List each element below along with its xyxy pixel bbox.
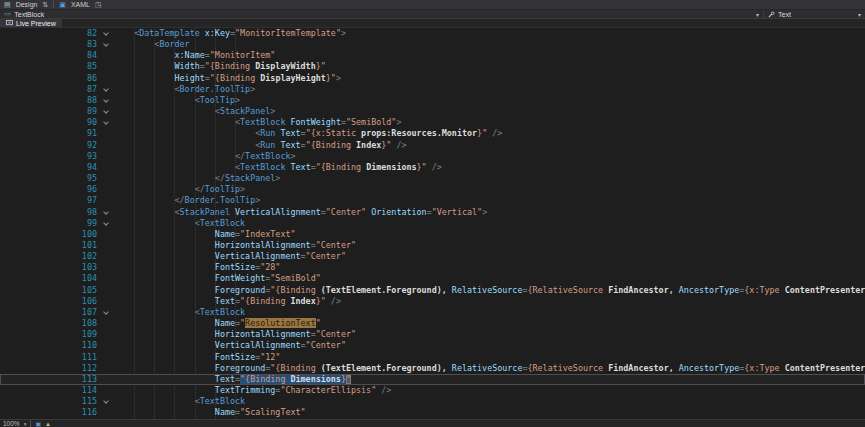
chevron-down-icon[interactable]: ▾	[858, 11, 861, 18]
code-text: <TextBlock	[114, 218, 865, 229]
code-line[interactable]: 103 FontSize="28"	[0, 262, 865, 273]
code-line[interactable]: 101 HorizontalAlignment="Center"	[0, 240, 865, 251]
view-switcher-bar: ▤ Design ⇅ ▣ XAML ◳	[0, 0, 865, 10]
code-line[interactable]: 91 <Run Text="{x:Static props:Resources.…	[0, 128, 865, 139]
design-view-icon: ▤	[4, 1, 11, 8]
fold-chevron-icon[interactable]	[100, 117, 114, 128]
fold-chevron-icon[interactable]	[100, 39, 114, 50]
code-line[interactable]: 82 <DataTemplate x:Key="MonitorItemTempl…	[0, 28, 865, 39]
fold-spacer	[100, 240, 114, 251]
code-text: VerticalAlignment="Center"	[114, 340, 865, 351]
code-line[interactable]: 89 <StackPanel>	[0, 106, 865, 117]
code-text: HorizontalAlignment="Center"	[114, 240, 865, 251]
fold-chevron-icon[interactable]	[100, 106, 114, 117]
fold-spacer	[100, 296, 114, 307]
fold-chevron-icon[interactable]	[100, 28, 114, 39]
editor-bottom-bar: 100% ▾ ▣ ▲	[0, 419, 865, 427]
fold-chevron-icon[interactable]	[100, 84, 114, 95]
code-line[interactable]: 100 Name="IndexText"	[0, 229, 865, 240]
code-text: Name="ResolutionText"	[114, 318, 865, 329]
code-line[interactable]: 94 <TextBlock Text="{Binding Dimensions}…	[0, 162, 865, 173]
fold-chevron-icon[interactable]	[100, 207, 114, 218]
code-line[interactable]: 96 </ToolTip>	[0, 184, 865, 195]
code-line[interactable]: 110 VerticalAlignment="Center"	[0, 340, 865, 351]
code-line[interactable]: 86 Height="{Binding DisplayHeight}">	[0, 73, 865, 84]
fold-spacer	[100, 273, 114, 284]
line-number: 88	[0, 95, 100, 106]
code-text: </StackPanel>	[114, 173, 865, 184]
code-text: x:Name="MonitorItem"	[114, 50, 865, 61]
xaml-view-icon: ▣	[59, 1, 66, 8]
code-line[interactable]: 88 <ToolTip>	[0, 95, 865, 106]
chevron-down-icon[interactable]: ▾	[24, 421, 27, 427]
line-number: 94	[0, 162, 100, 173]
line-number: 91	[0, 128, 100, 139]
chevron-down-icon[interactable]: ▾	[756, 11, 759, 18]
code-line[interactable]: 84 x:Name="MonitorItem"	[0, 50, 865, 61]
fold-spacer	[100, 262, 114, 273]
line-number: 87	[0, 84, 100, 95]
code-text: TextTrimming="CharacterEllipsis" />	[114, 385, 865, 396]
code-line[interactable]: 109 HorizontalAlignment="Center"	[0, 329, 865, 340]
code-line[interactable]: 83 <Border	[0, 39, 865, 50]
code-line[interactable]: 90 <TextBlock FontWeight="SemiBold">	[0, 117, 865, 128]
swap-panes-icon[interactable]: ⇅	[42, 1, 48, 8]
code-line[interactable]: 98 <StackPanel VerticalAlignment="Center…	[0, 207, 865, 218]
fold-chevron-icon[interactable]	[100, 218, 114, 229]
element-dropdown[interactable]: <> TextBlock ▾	[0, 10, 763, 18]
line-number: 84	[0, 50, 100, 61]
zoom-select[interactable]: 100%	[3, 420, 20, 427]
fold-chevron-icon[interactable]	[100, 396, 114, 407]
fold-chevron-icon[interactable]	[100, 95, 114, 106]
code-line[interactable]: 92 <Run Text="{Binding Index}" />	[0, 140, 865, 151]
code-text: Text="{Binding Dimensions}"	[114, 374, 865, 385]
line-number: 86	[0, 73, 100, 84]
code-text: <Run Text="{Binding Index}" />	[114, 140, 865, 151]
code-editor[interactable]: 82 <DataTemplate x:Key="MonitorItemTempl…	[0, 28, 865, 419]
code-line[interactable]: 93 </TextBlock>	[0, 151, 865, 162]
code-line[interactable]: 102 VerticalAlignment="Center"	[0, 251, 865, 262]
fold-spacer	[100, 61, 114, 72]
code-line[interactable]: 87 <Border.ToolTip>	[0, 84, 865, 95]
tab-live-preview[interactable]: Live Preview	[0, 19, 62, 27]
code-lines: 82 <DataTemplate x:Key="MonitorItemTempl…	[0, 28, 865, 418]
design-tab[interactable]: Design	[16, 1, 38, 8]
line-number: 102	[0, 251, 100, 262]
code-line[interactable]: 114 TextTrimming="CharacterEllipsis" />	[0, 385, 865, 396]
code-line[interactable]: 115 <TextBlock	[0, 396, 865, 407]
code-line[interactable]: 105 Foreground="{Binding (TextElement.Fo…	[0, 285, 865, 296]
code-text: <StackPanel VerticalAlignment="Center" O…	[114, 207, 865, 218]
line-number: 90	[0, 117, 100, 128]
line-number: 93	[0, 151, 100, 162]
code-line[interactable]: 107 <TextBlock	[0, 307, 865, 318]
fold-chevron-icon[interactable]	[100, 307, 114, 318]
code-line[interactable]: 95 </StackPanel>	[0, 173, 865, 184]
fold-spacer	[100, 50, 114, 61]
code-line[interactable]: 111 FontSize="12"	[0, 352, 865, 363]
code-line[interactable]: 99 <TextBlock	[0, 218, 865, 229]
code-text: Foreground="{Binding (TextElement.Foregr…	[114, 285, 865, 296]
code-line[interactable]: 112 Foreground="{Binding (TextElement.Fo…	[0, 363, 865, 374]
code-line[interactable]: 85 Width="{Binding DisplayWidth}"	[0, 61, 865, 72]
editor-status-icon: ▲	[45, 421, 51, 427]
popout-pane-icon[interactable]: ◳	[95, 1, 102, 8]
xaml-tab[interactable]: XAML	[71, 1, 90, 8]
code-line[interactable]: 97 </Border.ToolTip>	[0, 195, 865, 206]
line-number: 113	[0, 374, 100, 385]
code-line[interactable]: 108 Name="ResolutionText"	[0, 318, 865, 329]
line-number: 112	[0, 363, 100, 374]
fold-spacer	[100, 184, 114, 195]
code-line[interactable]: 104 FontWeight="SemiBold"	[0, 273, 865, 284]
code-line[interactable]: 106 Text="{Binding Index}" />	[0, 296, 865, 307]
member-dropdown[interactable]: Text ▾	[763, 10, 865, 18]
fold-spacer	[100, 151, 114, 162]
code-line[interactable]: 116 Name="ScalingText"	[0, 407, 865, 418]
code-line-current[interactable]: 113 Text="{Binding Dimensions}"	[0, 374, 865, 385]
editor-status-icon: ▣	[35, 421, 41, 427]
code-text: Text="{Binding Index}" />	[114, 296, 865, 307]
line-number: 89	[0, 106, 100, 117]
line-number: 99	[0, 218, 100, 229]
fold-spacer	[100, 140, 114, 151]
code-text: <TextBlock	[114, 396, 865, 407]
code-text: <Border.ToolTip>	[114, 84, 865, 95]
